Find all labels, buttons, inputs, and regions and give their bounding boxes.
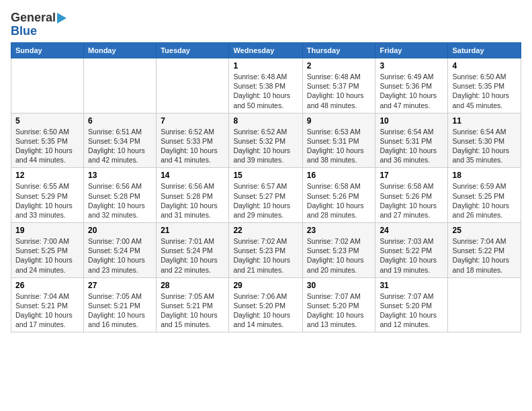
day-info: Sunrise: 6:50 AMSunset: 5:35 PMDaylight:…	[15, 127, 79, 165]
day-number: 5	[15, 116, 79, 126]
calendar-cell: 15Sunrise: 6:57 AMSunset: 5:27 PMDayligh…	[229, 168, 302, 223]
calendar-table: SundayMondayTuesdayWednesdayThursdayFrid…	[11, 42, 521, 332]
day-number: 16	[307, 171, 371, 180]
day-number: 31	[380, 281, 443, 290]
day-number: 11	[452, 116, 517, 126]
day-info: Sunrise: 7:06 AMSunset: 5:20 PMDaylight:…	[233, 291, 298, 330]
calendar-cell: 4Sunrise: 6:50 AMSunset: 5:35 PMDaylight…	[448, 58, 521, 113]
day-number: 17	[380, 171, 443, 180]
calendar-cell: 29Sunrise: 7:06 AMSunset: 5:20 PMDayligh…	[229, 277, 302, 332]
day-number: 20	[88, 226, 152, 235]
day-number: 8	[233, 116, 298, 126]
day-info: Sunrise: 6:56 AMSunset: 5:28 PMDaylight:…	[88, 181, 152, 220]
day-number: 25	[452, 226, 517, 235]
day-number: 21	[161, 226, 224, 235]
calendar-cell: 28Sunrise: 7:05 AMSunset: 5:21 PMDayligh…	[157, 277, 229, 332]
logo-general: General	[11, 11, 56, 25]
calendar-cell: 17Sunrise: 6:58 AMSunset: 5:26 PMDayligh…	[375, 168, 448, 223]
day-number: 26	[15, 281, 79, 290]
day-info: Sunrise: 6:55 AMSunset: 5:29 PMDaylight:…	[15, 181, 79, 220]
calendar-cell: 20Sunrise: 7:00 AMSunset: 5:24 PMDayligh…	[84, 223, 157, 278]
day-info: Sunrise: 7:03 AMSunset: 5:22 PMDaylight:…	[380, 236, 443, 275]
week-row-1: 1Sunrise: 6:48 AMSunset: 5:38 PMDaylight…	[11, 58, 521, 113]
weekday-header-thursday: Thursday	[302, 43, 375, 58]
calendar-cell	[11, 58, 84, 113]
day-number: 6	[88, 116, 152, 126]
day-info: Sunrise: 6:57 AMSunset: 5:27 PMDaylight:…	[233, 181, 298, 220]
calendar-cell: 12Sunrise: 6:55 AMSunset: 5:29 PMDayligh…	[11, 168, 84, 223]
calendar-cell: 3Sunrise: 6:49 AMSunset: 5:36 PMDaylight…	[375, 58, 448, 113]
calendar-cell: 19Sunrise: 7:00 AMSunset: 5:25 PMDayligh…	[11, 223, 84, 278]
calendar-cell	[84, 58, 157, 113]
day-number: 27	[88, 281, 152, 290]
day-info: Sunrise: 6:56 AMSunset: 5:28 PMDaylight:…	[161, 181, 224, 220]
day-number: 9	[307, 116, 371, 126]
day-info: Sunrise: 7:00 AMSunset: 5:25 PMDaylight:…	[15, 236, 79, 275]
calendar-cell: 5Sunrise: 6:50 AMSunset: 5:35 PMDaylight…	[11, 113, 84, 168]
day-info: Sunrise: 6:52 AMSunset: 5:33 PMDaylight:…	[161, 127, 224, 165]
day-number: 13	[88, 171, 152, 180]
day-number: 18	[452, 171, 517, 180]
day-info: Sunrise: 7:01 AMSunset: 5:24 PMDaylight:…	[161, 236, 224, 275]
day-number: 30	[307, 281, 371, 290]
day-info: Sunrise: 7:04 AMSunset: 5:22 PMDaylight:…	[452, 236, 517, 275]
day-number: 12	[15, 171, 79, 180]
calendar-cell: 9Sunrise: 6:53 AMSunset: 5:31 PMDaylight…	[302, 113, 375, 168]
day-number: 22	[233, 226, 298, 235]
calendar-cell: 1Sunrise: 6:48 AMSunset: 5:38 PMDaylight…	[229, 58, 302, 113]
calendar-cell: 21Sunrise: 7:01 AMSunset: 5:24 PMDayligh…	[157, 223, 229, 278]
calendar-cell: 16Sunrise: 6:58 AMSunset: 5:26 PMDayligh…	[302, 168, 375, 223]
day-info: Sunrise: 6:52 AMSunset: 5:32 PMDaylight:…	[233, 127, 298, 165]
day-info: Sunrise: 6:50 AMSunset: 5:35 PMDaylight:…	[452, 72, 517, 110]
calendar-cell: 22Sunrise: 7:02 AMSunset: 5:23 PMDayligh…	[229, 223, 302, 278]
day-info: Sunrise: 7:04 AMSunset: 5:21 PMDaylight:…	[15, 291, 79, 330]
calendar-cell: 10Sunrise: 6:54 AMSunset: 5:31 PMDayligh…	[375, 113, 448, 168]
calendar-cell: 11Sunrise: 6:54 AMSunset: 5:30 PMDayligh…	[448, 113, 521, 168]
day-number: 3	[380, 61, 443, 71]
day-info: Sunrise: 7:07 AMSunset: 5:20 PMDaylight:…	[307, 291, 371, 330]
day-info: Sunrise: 7:02 AMSunset: 5:23 PMDaylight:…	[233, 236, 298, 275]
day-info: Sunrise: 7:02 AMSunset: 5:23 PMDaylight:…	[307, 236, 371, 275]
day-number: 28	[161, 281, 224, 290]
day-number: 2	[307, 61, 371, 71]
calendar-cell: 30Sunrise: 7:07 AMSunset: 5:20 PMDayligh…	[302, 277, 375, 332]
logo-arrow-icon	[57, 13, 66, 24]
week-row-2: 5Sunrise: 6:50 AMSunset: 5:35 PMDaylight…	[11, 113, 521, 168]
calendar-cell: 27Sunrise: 7:05 AMSunset: 5:21 PMDayligh…	[84, 277, 157, 332]
day-info: Sunrise: 6:53 AMSunset: 5:31 PMDaylight:…	[307, 127, 371, 165]
weekday-header-sunday: Sunday	[11, 43, 84, 58]
calendar-cell: 26Sunrise: 7:04 AMSunset: 5:21 PMDayligh…	[11, 277, 84, 332]
calendar-cell: 7Sunrise: 6:52 AMSunset: 5:33 PMDaylight…	[157, 113, 229, 168]
calendar-cell	[448, 277, 521, 332]
day-info: Sunrise: 6:58 AMSunset: 5:26 PMDaylight:…	[380, 181, 443, 220]
day-info: Sunrise: 7:05 AMSunset: 5:21 PMDaylight:…	[161, 291, 224, 330]
day-number: 23	[307, 226, 371, 235]
day-info: Sunrise: 7:00 AMSunset: 5:24 PMDaylight:…	[88, 236, 152, 275]
calendar-cell: 18Sunrise: 6:59 AMSunset: 5:25 PMDayligh…	[448, 168, 521, 223]
day-info: Sunrise: 6:48 AMSunset: 5:37 PMDaylight:…	[307, 72, 371, 110]
day-number: 4	[452, 61, 517, 71]
day-info: Sunrise: 6:49 AMSunset: 5:36 PMDaylight:…	[380, 72, 443, 110]
day-info: Sunrise: 6:58 AMSunset: 5:26 PMDaylight:…	[307, 181, 371, 220]
weekday-header-monday: Monday	[84, 43, 157, 58]
calendar-cell: 24Sunrise: 7:03 AMSunset: 5:22 PMDayligh…	[375, 223, 448, 278]
week-row-4: 19Sunrise: 7:00 AMSunset: 5:25 PMDayligh…	[11, 223, 521, 278]
calendar-cell	[157, 58, 229, 113]
day-info: Sunrise: 6:54 AMSunset: 5:31 PMDaylight:…	[380, 127, 443, 165]
day-number: 14	[161, 171, 224, 180]
weekday-header-tuesday: Tuesday	[157, 43, 229, 58]
day-number: 10	[380, 116, 443, 126]
week-row-3: 12Sunrise: 6:55 AMSunset: 5:29 PMDayligh…	[11, 168, 521, 223]
calendar-cell: 8Sunrise: 6:52 AMSunset: 5:32 PMDaylight…	[229, 113, 302, 168]
day-info: Sunrise: 6:51 AMSunset: 5:34 PMDaylight:…	[88, 127, 152, 165]
weekday-header-wednesday: Wednesday	[229, 43, 302, 58]
day-info: Sunrise: 7:05 AMSunset: 5:21 PMDaylight:…	[88, 291, 152, 330]
day-info: Sunrise: 6:54 AMSunset: 5:30 PMDaylight:…	[452, 127, 517, 165]
day-number: 7	[161, 116, 224, 126]
logo-blue: Blue	[11, 25, 37, 37]
day-number: 29	[233, 281, 298, 290]
day-info: Sunrise: 6:48 AMSunset: 5:38 PMDaylight:…	[233, 72, 298, 110]
calendar-cell: 13Sunrise: 6:56 AMSunset: 5:28 PMDayligh…	[84, 168, 157, 223]
calendar-cell: 23Sunrise: 7:02 AMSunset: 5:23 PMDayligh…	[302, 223, 375, 278]
calendar-cell: 25Sunrise: 7:04 AMSunset: 5:22 PMDayligh…	[448, 223, 521, 278]
